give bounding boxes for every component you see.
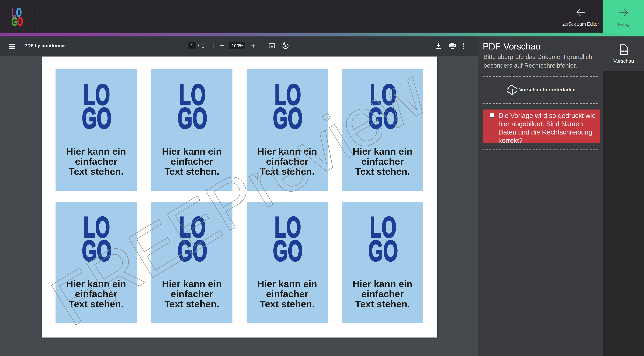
svg-text:FREEPreview: FREEPreview [39,54,440,340]
svg-text:PDF: PDF [621,50,627,53]
